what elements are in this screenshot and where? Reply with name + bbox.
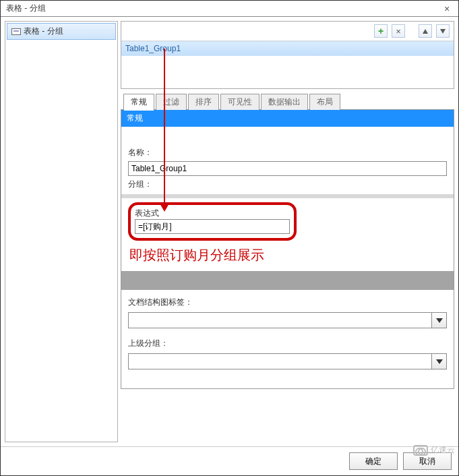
expression-label: 表达式 — [135, 208, 290, 219]
tab-data-output[interactable]: 数据输出 — [261, 94, 308, 110]
arrow-down-icon — [440, 29, 446, 34]
move-up-button[interactable] — [419, 24, 432, 38]
ok-button[interactable]: 确定 — [349, 452, 398, 470]
doc-map-combo[interactable] — [128, 312, 432, 328]
dialog-title: 表格 - 分组 — [6, 3, 46, 14]
tab-general[interactable]: 常规 — [123, 94, 154, 110]
close-icon[interactable]: × — [441, 3, 453, 15]
move-down-button[interactable] — [436, 24, 450, 38]
table-icon — [11, 28, 21, 35]
annotation-highlight: 表达式 — [128, 202, 297, 241]
tree-item-table-group[interactable]: 表格 - 分组 — [7, 23, 116, 40]
groups-list-box: + × Table1_Group1 — [121, 21, 454, 89]
expression-input[interactable] — [135, 219, 290, 234]
parent-group-dropdown-button[interactable] — [432, 353, 447, 369]
doc-map-label: 文档结构图标签： — [128, 297, 447, 308]
annotation-text: 即按照订购月分组展示 — [129, 246, 447, 264]
tab-layout[interactable]: 布局 — [309, 94, 340, 110]
cancel-button[interactable]: 取消 — [403, 452, 452, 470]
tabs-bar: 常规 过滤 排序 可见性 数据输出 布局 — [121, 93, 454, 110]
arrow-up-icon — [423, 29, 428, 34]
tab-sort[interactable]: 排序 — [188, 94, 219, 110]
tab-filter[interactable]: 过滤 — [156, 94, 187, 110]
plus-icon: + — [378, 26, 384, 36]
parent-group-combo[interactable] — [128, 353, 432, 369]
chevron-down-icon — [436, 359, 443, 364]
tab-visibility[interactable]: 可见性 — [220, 94, 259, 110]
add-group-button[interactable]: + — [374, 24, 388, 38]
delete-group-button[interactable]: × — [392, 24, 405, 38]
name-label: 名称： — [128, 147, 447, 158]
parent-group-label: 上级分组： — [128, 338, 447, 349]
group-list-item[interactable]: Table1_Group1 — [121, 41, 454, 56]
doc-map-dropdown-button[interactable] — [432, 312, 447, 328]
name-input[interactable] — [128, 161, 447, 176]
tree-item-label: 表格 - 分组 — [24, 26, 63, 37]
chevron-down-icon — [436, 318, 443, 323]
group-label: 分组： — [128, 179, 447, 190]
x-icon: × — [396, 26, 401, 36]
section-header-general: 常规 — [121, 110, 454, 127]
tree-panel: 表格 - 分组 — [5, 21, 118, 442]
